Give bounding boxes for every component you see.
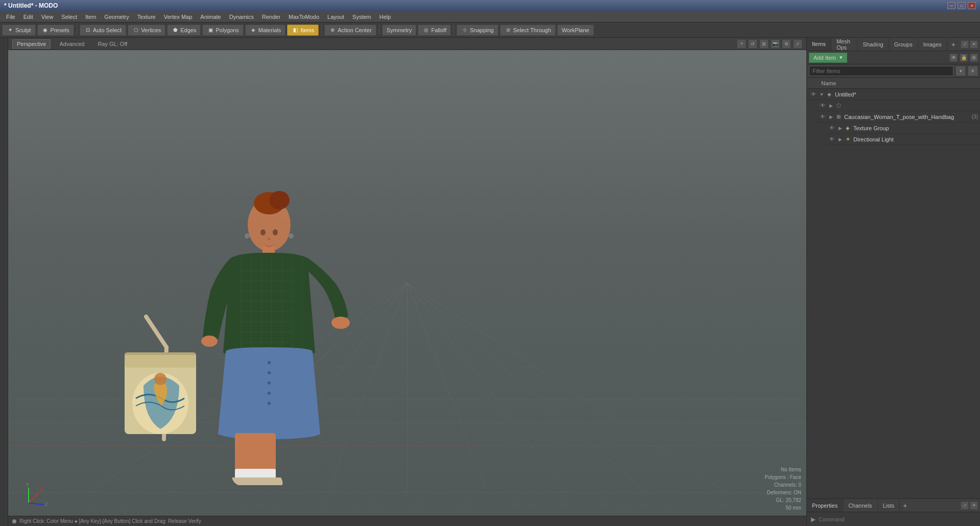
items-lock-icon[interactable]: 🔒 (960, 54, 968, 62)
falloff-button[interactable]: ◎ Falloff (418, 25, 451, 36)
add-item-dropdown-arrow: ▾ (840, 54, 843, 61)
toolbar-sep-4 (453, 25, 454, 35)
vertices-icon: ⬡ (132, 27, 139, 34)
item-expand-texture[interactable]: ▶ (836, 125, 844, 132)
presets-button[interactable]: ◉ Presets (37, 25, 74, 36)
items-button[interactable]: ◧ Items (287, 25, 319, 36)
menu-help[interactable]: Help (375, 13, 395, 21)
presets-icon: ◉ (42, 27, 49, 34)
action-center-button[interactable]: ⊕ Action Center (324, 25, 376, 36)
item-vis-toggle-texture[interactable]: 👁 (827, 124, 836, 133)
viewport-look-icon[interactable]: ⌖ (737, 39, 746, 49)
panel-close-button[interactable]: ✕ (970, 40, 978, 49)
item-expand-light[interactable]: ▶ (836, 136, 844, 143)
menu-geometry[interactable]: Geometry (100, 13, 133, 21)
viewport-toolbar: ⌖ ↺ ⊞ 📷 ⚙ ⤢ (737, 39, 802, 49)
menu-texture[interactable]: Texture (133, 13, 160, 21)
viewport-tab-raygl[interactable]: Ray GL: Off (93, 39, 132, 49)
materials-button[interactable]: ◈ Materials (245, 25, 286, 36)
tab-mesh-ops[interactable]: Mesh Ops (831, 38, 857, 51)
item-expand-caucasian[interactable]: ▶ (827, 113, 834, 121)
edges-button[interactable]: ⬟ Edges (167, 25, 201, 36)
minimize-button[interactable]: ─ (947, 2, 955, 9)
bottom-tab-channels[interactable]: Channels (843, 499, 877, 512)
menu-item[interactable]: Item (81, 13, 100, 21)
svg-point-18 (269, 191, 290, 209)
add-panel-tab-button[interactable]: + (948, 38, 959, 51)
viewport-tab-advanced[interactable]: Advanced (55, 39, 89, 49)
bottom-panel-close-button[interactable]: ✕ (970, 501, 978, 510)
tab-items[interactable]: Items (807, 38, 831, 51)
info-no-items: No Items (764, 466, 801, 473)
filter-input[interactable] (809, 66, 953, 76)
menu-layout[interactable]: Layout (323, 13, 348, 21)
menu-edit[interactable]: Edit (19, 13, 37, 21)
snapping-button[interactable]: ⊹ Snapping (457, 25, 498, 36)
auto-select-button[interactable]: ⊡ Auto Select (80, 25, 126, 36)
toolbar-sep-1 (77, 25, 77, 35)
items-column-header: Name (807, 78, 980, 89)
bottom-panel-tabs: Properties Channels Lists + ⤢ ✕ (807, 498, 980, 512)
viewport-camera-icon[interactable]: 📷 (771, 39, 780, 49)
maximize-button[interactable]: □ (958, 2, 966, 9)
select-through-button[interactable]: ⊘ Select Through (500, 25, 556, 36)
add-item-button[interactable]: Add Item ▾ (809, 53, 847, 63)
add-bottom-tab-button[interactable]: + (900, 499, 910, 512)
polygons-button[interactable]: ▣ Polygons (202, 25, 243, 36)
item-vis-toggle-caucasian[interactable]: 👁 (818, 112, 827, 122)
item-vis-toggle-light[interactable]: 👁 (827, 135, 836, 144)
items-toolbar: Add Item ▾ 👁 🔒 ⚙ (807, 51, 980, 64)
item-row-texture-group[interactable]: 👁 ▶ ◈ Texture Group (825, 123, 980, 134)
bottom-panel-float-button[interactable]: ⤢ (961, 501, 969, 510)
left-sidebar (0, 38, 8, 526)
item-expand-mesh[interactable]: ▶ (827, 102, 834, 109)
info-polygons: Polygons : Face (764, 473, 801, 481)
tab-images[interactable]: Images (918, 38, 947, 51)
viewport-container: Perspective Advanced Ray GL: Off ⌖ ↺ ⊞ 📷… (8, 38, 806, 526)
vertices-button[interactable]: ⬡ Vertices (128, 25, 165, 36)
snapping-icon: ⊹ (461, 27, 468, 34)
tab-groups[interactable]: Groups (889, 38, 918, 51)
menu-dynamics[interactable]: Dynamics (225, 13, 258, 21)
panel-float-button[interactable]: ⤢ (961, 40, 969, 49)
menu-vertex-map[interactable]: Vertex Map (160, 13, 197, 21)
item-vis-toggle-untitled[interactable]: 👁 (809, 90, 818, 99)
menu-view[interactable]: View (37, 13, 58, 21)
symmetry-button[interactable]: Symmetry (382, 25, 417, 36)
item-label-directional-light: Directional Light (853, 136, 978, 142)
item-row-mesh[interactable]: 👁 ▶ ⬡ (816, 100, 980, 111)
item-row-untitled[interactable]: 👁 ▼ ◈ Untitled* (807, 89, 980, 100)
command-input[interactable] (819, 516, 976, 522)
viewport-settings-icon[interactable]: ⚙ (782, 39, 791, 49)
menu-maxtomodo[interactable]: MaxToModo (284, 13, 323, 21)
bottom-tab-properties[interactable]: Properties (807, 499, 843, 512)
tab-shading[interactable]: Shading (857, 38, 889, 51)
menu-system[interactable]: System (348, 13, 375, 21)
menu-file[interactable]: File (2, 13, 19, 21)
menu-render[interactable]: Render (258, 13, 284, 21)
items-vis-icon[interactable]: 👁 (949, 54, 958, 62)
info-channels: Channels: 0 (764, 481, 801, 489)
svg-line-6 (408, 283, 487, 492)
viewport-maximize-icon[interactable]: ⤢ (793, 39, 802, 49)
item-type-icon-caucasian: ⊞ (834, 113, 843, 121)
sculpt-button[interactable]: ✦ Sculpt (2, 25, 36, 36)
menu-animate[interactable]: Animate (196, 13, 225, 21)
filter-options-button[interactable]: ▾ (955, 66, 966, 76)
workplane-button[interactable]: WorkPlane (557, 25, 594, 36)
bottom-tab-lists[interactable]: Lists (878, 499, 900, 512)
item-row-caucasian[interactable]: 👁 ▶ ⊞ Caucasian_Woman_T_pose_with_Handba… (816, 111, 980, 123)
items-settings-icon[interactable]: ⚙ (970, 54, 978, 62)
item-row-directional-light[interactable]: 👁 ▶ ☀ Directional Light (825, 134, 980, 145)
viewport-fit-icon[interactable]: ⊞ (759, 39, 769, 49)
item-expand-untitled[interactable]: ▼ (818, 91, 825, 98)
item-label-caucasian: Caucasian_Woman_T_pose_with_Handbag (844, 114, 970, 120)
viewport-reset-icon[interactable]: ↺ (748, 39, 757, 49)
viewport-tab-perspective[interactable]: Perspective (12, 39, 51, 49)
close-button[interactable]: ✕ (968, 2, 976, 9)
item-vis-toggle-mesh[interactable]: 👁 (818, 101, 827, 110)
menu-select[interactable]: Select (57, 13, 81, 21)
svg-rect-28 (250, 433, 276, 474)
viewport-canvas[interactable]: No Items Polygons : Face Channels: 0 Def… (8, 50, 806, 516)
filter-clear-button[interactable]: ✕ (968, 66, 978, 76)
